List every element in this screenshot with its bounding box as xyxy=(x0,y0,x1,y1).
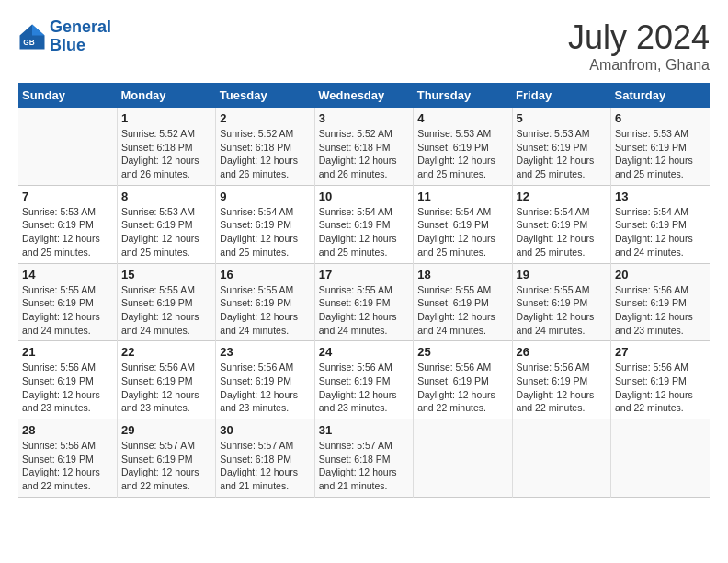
svg-text:GB: GB xyxy=(23,39,34,47)
calendar-cell: 20 Sunrise: 5:56 AM Sunset: 6:19 PM Dayl… xyxy=(611,263,710,341)
calendar-cell: 1 Sunrise: 5:52 AM Sunset: 6:18 PM Dayli… xyxy=(117,108,215,185)
calendar-cell: 5 Sunrise: 5:53 AM Sunset: 6:19 PM Dayli… xyxy=(512,108,610,185)
calendar-cell: 19 Sunrise: 5:55 AM Sunset: 6:19 PM Dayl… xyxy=(512,263,610,341)
day-number: 26 xyxy=(517,345,607,359)
day-info: Sunrise: 5:55 AM Sunset: 6:19 PM Dayligh… xyxy=(22,283,113,338)
calendar-week-row: 7 Sunrise: 5:53 AM Sunset: 6:19 PM Dayli… xyxy=(18,185,710,263)
weekday-header: Monday xyxy=(117,83,215,108)
day-number: 16 xyxy=(220,268,310,282)
weekday-header: Sunday xyxy=(18,83,117,108)
day-info: Sunrise: 5:56 AM Sunset: 6:19 PM Dayligh… xyxy=(22,439,113,493)
calendar-cell: 29 Sunrise: 5:57 AM Sunset: 6:19 PM Dayl… xyxy=(117,419,215,498)
calendar-cell: 23 Sunrise: 5:56 AM Sunset: 6:19 PM Dayl… xyxy=(216,341,314,419)
day-info: Sunrise: 5:52 AM Sunset: 6:18 PM Dayligh… xyxy=(121,127,211,181)
day-number: 22 xyxy=(121,345,211,359)
weekday-header: Friday xyxy=(512,83,610,108)
day-info: Sunrise: 5:53 AM Sunset: 6:19 PM Dayligh… xyxy=(417,127,507,181)
calendar-cell xyxy=(512,419,610,498)
day-info: Sunrise: 5:56 AM Sunset: 6:19 PM Dayligh… xyxy=(220,361,310,415)
header: GB General Blue July 2024 Amanfrom, Ghan… xyxy=(18,18,710,74)
day-info: Sunrise: 5:53 AM Sunset: 6:19 PM Dayligh… xyxy=(22,205,113,259)
calendar-cell: 6 Sunrise: 5:53 AM Sunset: 6:19 PM Dayli… xyxy=(611,108,710,185)
day-info: Sunrise: 5:56 AM Sunset: 6:19 PM Dayligh… xyxy=(22,361,113,415)
calendar-cell: 13 Sunrise: 5:54 AM Sunset: 6:19 PM Dayl… xyxy=(611,185,710,263)
day-number: 10 xyxy=(319,190,409,203)
day-info: Sunrise: 5:54 AM Sunset: 6:19 PM Dayligh… xyxy=(517,205,607,259)
calendar-cell: 17 Sunrise: 5:55 AM Sunset: 6:19 PM Dayl… xyxy=(314,263,413,341)
day-number: 28 xyxy=(22,423,113,437)
day-info: Sunrise: 5:57 AM Sunset: 6:18 PM Dayligh… xyxy=(220,439,310,493)
title-section: July 2024 Amanfrom, Ghana xyxy=(568,18,710,74)
calendar-cell: 9 Sunrise: 5:54 AM Sunset: 6:19 PM Dayli… xyxy=(216,185,314,263)
day-info: Sunrise: 5:56 AM Sunset: 6:19 PM Dayligh… xyxy=(121,361,211,415)
day-info: Sunrise: 5:55 AM Sunset: 6:19 PM Dayligh… xyxy=(220,283,310,338)
day-number: 6 xyxy=(615,111,706,125)
day-info: Sunrise: 5:57 AM Sunset: 6:18 PM Dayligh… xyxy=(319,439,409,493)
day-number: 13 xyxy=(615,190,706,203)
day-number: 29 xyxy=(121,423,211,437)
calendar-cell: 22 Sunrise: 5:56 AM Sunset: 6:19 PM Dayl… xyxy=(117,341,215,419)
day-number: 3 xyxy=(319,111,409,125)
svg-marker-1 xyxy=(32,24,45,35)
calendar-week-row: 21 Sunrise: 5:56 AM Sunset: 6:19 PM Dayl… xyxy=(18,341,710,419)
day-info: Sunrise: 5:53 AM Sunset: 6:19 PM Dayligh… xyxy=(517,127,607,181)
day-info: Sunrise: 5:54 AM Sunset: 6:19 PM Dayligh… xyxy=(417,205,507,259)
day-number: 5 xyxy=(517,111,607,125)
day-number: 7 xyxy=(22,190,113,203)
calendar-cell: 24 Sunrise: 5:56 AM Sunset: 6:19 PM Dayl… xyxy=(314,341,413,419)
day-info: Sunrise: 5:56 AM Sunset: 6:19 PM Dayligh… xyxy=(319,361,409,415)
day-number: 18 xyxy=(417,268,507,282)
calendar-week-row: 1 Sunrise: 5:52 AM Sunset: 6:18 PM Dayli… xyxy=(18,108,710,185)
calendar-cell: 31 Sunrise: 5:57 AM Sunset: 6:18 PM Dayl… xyxy=(314,419,413,498)
calendar-cell: 15 Sunrise: 5:55 AM Sunset: 6:19 PM Dayl… xyxy=(117,263,215,341)
day-number: 15 xyxy=(121,268,211,282)
calendar-cell xyxy=(414,419,512,498)
day-number: 9 xyxy=(220,190,310,203)
calendar-cell: 12 Sunrise: 5:54 AM Sunset: 6:19 PM Dayl… xyxy=(512,185,610,263)
calendar-cell: 10 Sunrise: 5:54 AM Sunset: 6:19 PM Dayl… xyxy=(314,185,413,263)
day-number: 12 xyxy=(517,190,607,203)
calendar-cell xyxy=(611,419,710,498)
day-number: 11 xyxy=(417,190,507,203)
calendar-cell: 30 Sunrise: 5:57 AM Sunset: 6:18 PM Dayl… xyxy=(216,419,314,498)
day-info: Sunrise: 5:54 AM Sunset: 6:19 PM Dayligh… xyxy=(319,205,409,259)
day-info: Sunrise: 5:56 AM Sunset: 6:19 PM Dayligh… xyxy=(417,361,507,415)
day-info: Sunrise: 5:52 AM Sunset: 6:18 PM Dayligh… xyxy=(319,127,409,181)
calendar-table: SundayMondayTuesdayWednesdayThursdayFrid… xyxy=(18,83,710,498)
day-number: 27 xyxy=(615,345,706,359)
calendar-cell: 2 Sunrise: 5:52 AM Sunset: 6:18 PM Dayli… xyxy=(216,108,314,185)
day-info: Sunrise: 5:55 AM Sunset: 6:19 PM Dayligh… xyxy=(121,283,211,338)
calendar-cell: 16 Sunrise: 5:55 AM Sunset: 6:19 PM Dayl… xyxy=(216,263,314,341)
day-info: Sunrise: 5:55 AM Sunset: 6:19 PM Dayligh… xyxy=(319,283,409,338)
day-number: 14 xyxy=(22,268,113,282)
logo-icon: GB xyxy=(18,23,46,51)
day-info: Sunrise: 5:52 AM Sunset: 6:18 PM Dayligh… xyxy=(220,127,310,181)
calendar-week-row: 28 Sunrise: 5:56 AM Sunset: 6:19 PM Dayl… xyxy=(18,419,710,498)
weekday-header: Tuesday xyxy=(216,83,314,108)
calendar-cell: 28 Sunrise: 5:56 AM Sunset: 6:19 PM Dayl… xyxy=(18,419,117,498)
day-info: Sunrise: 5:54 AM Sunset: 6:19 PM Dayligh… xyxy=(220,205,310,259)
day-number: 31 xyxy=(319,423,409,437)
day-number: 20 xyxy=(615,268,706,282)
day-number: 23 xyxy=(220,345,310,359)
weekday-header: Saturday xyxy=(611,83,710,108)
day-number: 1 xyxy=(121,111,211,125)
logo: GB General Blue xyxy=(18,18,111,55)
day-number: 24 xyxy=(319,345,409,359)
day-info: Sunrise: 5:54 AM Sunset: 6:19 PM Dayligh… xyxy=(615,205,706,259)
day-number: 19 xyxy=(517,268,607,282)
day-info: Sunrise: 5:56 AM Sunset: 6:19 PM Dayligh… xyxy=(615,283,706,338)
logo-text: General Blue xyxy=(50,18,111,55)
calendar-cell: 26 Sunrise: 5:56 AM Sunset: 6:19 PM Dayl… xyxy=(512,341,610,419)
day-number: 2 xyxy=(220,111,310,125)
weekday-header: Wednesday xyxy=(314,83,413,108)
day-number: 25 xyxy=(417,345,507,359)
calendar-cell: 4 Sunrise: 5:53 AM Sunset: 6:19 PM Dayli… xyxy=(414,108,512,185)
day-number: 21 xyxy=(22,345,113,359)
calendar-cell: 27 Sunrise: 5:56 AM Sunset: 6:19 PM Dayl… xyxy=(611,341,710,419)
day-number: 17 xyxy=(319,268,409,282)
subtitle: Amanfrom, Ghana xyxy=(568,57,710,74)
calendar-week-row: 14 Sunrise: 5:55 AM Sunset: 6:19 PM Dayl… xyxy=(18,263,710,341)
calendar-cell: 11 Sunrise: 5:54 AM Sunset: 6:19 PM Dayl… xyxy=(414,185,512,263)
weekday-header-row: SundayMondayTuesdayWednesdayThursdayFrid… xyxy=(18,83,710,108)
